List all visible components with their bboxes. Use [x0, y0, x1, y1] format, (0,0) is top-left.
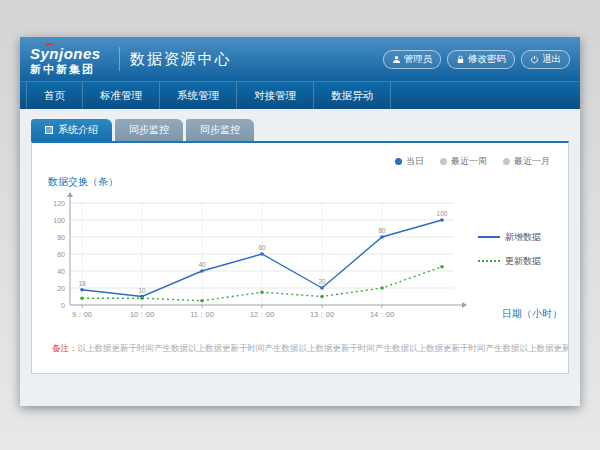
nav-item-standard-mgmt[interactable]: 标准管理	[83, 82, 160, 109]
brand-logo-text: Synjones	[30, 46, 101, 61]
svg-text:10: 10	[138, 287, 146, 294]
brand-name-cn: 新中新集团	[30, 64, 101, 75]
svg-text:100: 100	[53, 217, 65, 224]
svg-text:40: 40	[198, 261, 206, 268]
dotted-line-icon	[478, 260, 500, 262]
svg-text:13：00: 13：00	[310, 310, 334, 319]
change-password-button[interactable]: 修改密码	[447, 50, 515, 69]
header-divider	[119, 47, 120, 71]
chart-row: 0204060801001209：0010：0011：0012：0013：001…	[32, 191, 568, 341]
app-window: Synjones 新中新集团 数据资源中心 管理员	[20, 37, 580, 406]
tab-sync-monitor-2[interactable]: 同步监控	[186, 119, 254, 141]
svg-text:20: 20	[57, 285, 65, 292]
header-actions: 管理员 修改密码 退出	[383, 50, 571, 69]
tab-sync-monitor-1[interactable]: 同步监控	[115, 119, 183, 141]
footnote-text: 以上数据更新于时间产生数据以上数据更新于时间产生数据以上数据更新于时间产生数据以…	[78, 343, 569, 353]
legend-new-data-label: 新增数据	[505, 231, 541, 244]
filter-last-month[interactable]: 最近一月	[503, 155, 550, 168]
svg-text:60: 60	[258, 244, 266, 251]
nav-item-interface-mgmt[interactable]: 对接管理	[237, 82, 314, 109]
radio-dot-selected-icon	[395, 158, 402, 165]
svg-text:60: 60	[57, 251, 65, 258]
filter-last-week-label: 最近一周	[451, 155, 487, 168]
svg-text:0: 0	[61, 302, 65, 309]
svg-text:80: 80	[378, 227, 386, 234]
user-button-label: 管理员	[404, 53, 433, 66]
line-chart: 0204060801001209：0010：0011：0012：0013：001…	[36, 191, 476, 341]
tab-system-intro-label: 系统介绍	[58, 123, 98, 137]
nav-item-data-change[interactable]: 数据异动	[314, 82, 391, 109]
logout-icon	[530, 55, 539, 64]
user-button[interactable]: 管理员	[383, 50, 442, 69]
svg-text:80: 80	[57, 234, 65, 241]
app-title: 数据资源中心	[130, 50, 232, 69]
svg-text:100: 100	[437, 210, 448, 217]
logout-button-label: 退出	[542, 53, 561, 66]
filter-last-month-label: 最近一月	[514, 155, 550, 168]
filter-last-week[interactable]: 最近一周	[440, 155, 487, 168]
svg-text:10：00: 10：00	[130, 310, 154, 319]
period-filters: 当日 最近一周 最近一月	[395, 155, 550, 168]
footnote-label: 备注：	[52, 343, 78, 353]
brand-logo: Synjones 新中新集团	[30, 44, 101, 75]
main-nav: 首页 标准管理 系统管理 对接管理 数据异动	[20, 81, 580, 109]
svg-text:14：00: 14：00	[370, 310, 394, 319]
legend-item-update-data[interactable]: 更新数据	[478, 255, 541, 268]
legend-item-new-data[interactable]: 新增数据	[478, 231, 541, 244]
svg-text:40: 40	[57, 268, 65, 275]
solid-line-icon	[478, 236, 500, 238]
filter-today-label: 当日	[406, 155, 424, 168]
tab-system-intro[interactable]: 系统介绍	[31, 119, 112, 141]
filter-today[interactable]: 当日	[395, 155, 424, 168]
svg-text:9：00: 9：00	[72, 310, 92, 319]
svg-text:11：00: 11：00	[190, 310, 214, 319]
tab-bar: 系统介绍 同步监控 同步监控	[31, 119, 569, 141]
radio-dot-icon	[440, 158, 447, 165]
tab-sync-monitor-2-label: 同步监控	[200, 123, 240, 137]
svg-text:12：00: 12：00	[250, 310, 274, 319]
svg-text:120: 120	[53, 200, 65, 207]
y-axis-title: 数据交换（条）	[48, 175, 568, 189]
user-icon	[392, 55, 401, 64]
footnote: 备注：以上数据更新于时间产生数据以上数据更新于时间产生数据以上数据更新于时间产生…	[32, 343, 568, 355]
header-bar: Synjones 新中新集团 数据资源中心 管理员	[20, 37, 580, 81]
svg-text:18: 18	[78, 280, 86, 287]
change-password-label: 修改密码	[468, 53, 506, 66]
logout-button[interactable]: 退出	[521, 50, 570, 69]
lock-icon	[456, 55, 465, 64]
chart-panel: 当日 最近一周 最近一月 数据交换（条） 0204060801001209：00…	[31, 141, 569, 374]
nav-item-home[interactable]: 首页	[26, 82, 83, 109]
tab-square-icon	[45, 126, 53, 134]
legend-update-data-label: 更新数据	[505, 255, 541, 268]
tab-sync-monitor-1-label: 同步监控	[129, 123, 169, 137]
radio-dot-icon	[503, 158, 510, 165]
x-axis-title: 日期（小时）	[502, 307, 562, 321]
nav-item-system-mgmt[interactable]: 系统管理	[160, 82, 237, 109]
svg-text:20: 20	[318, 278, 326, 285]
content-area: 系统介绍 同步监控 同步监控 当日 最	[20, 109, 580, 406]
desktop-background: Synjones 新中新集团 数据资源中心 管理员	[0, 0, 600, 450]
